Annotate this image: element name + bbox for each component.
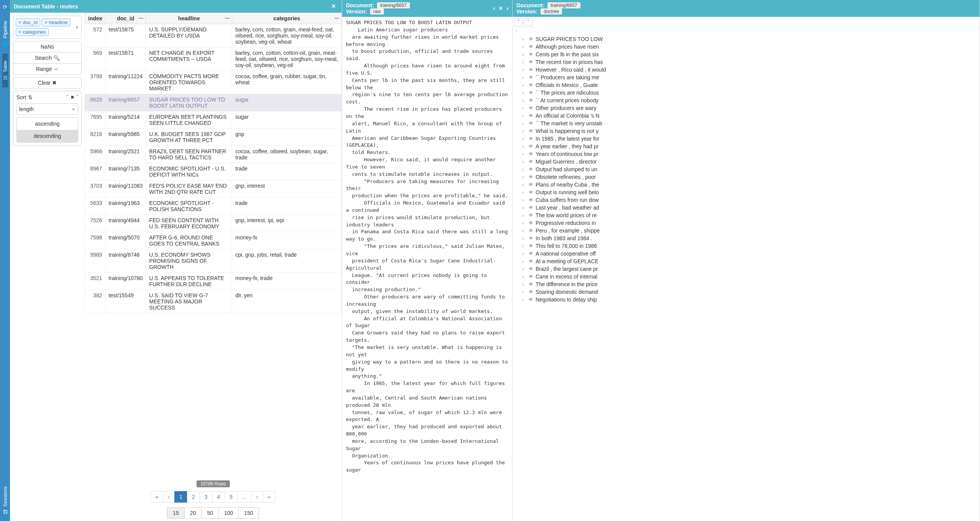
tree-item[interactable]: ›👁At a meeting of GEPLACE	[521, 257, 978, 265]
tree-item[interactable]: ›👁Cane in excess of internal	[521, 273, 978, 280]
table-row[interactable]: 7526training/4944FED SEEN CONTENT WITH U…	[85, 215, 342, 232]
minus-icon[interactable]: —	[139, 15, 143, 21]
document-text[interactable]: SUGAR PRICES TOO LOW TO BOOST LATIN OUTP…	[342, 17, 512, 521]
minus-icon[interactable]: —	[334, 15, 339, 21]
eye-icon[interactable]: 👁	[529, 75, 533, 80]
table-row[interactable]: 8216training/5985U.K. BUDGET SEES 1987 G…	[85, 129, 342, 146]
chevron-right-icon[interactable]: ›	[523, 121, 526, 126]
sort-field-select[interactable]: length▼	[16, 103, 78, 115]
sync-icon[interactable]: ⟳	[3, 0, 7, 14]
tree-item[interactable]: ›👁A national cooperative off	[521, 250, 978, 257]
page-»[interactable]: »	[263, 491, 276, 503]
eye-icon[interactable]: 👁	[529, 251, 533, 256]
page-‹[interactable]: ‹	[163, 491, 175, 503]
page-›[interactable]: ›	[251, 491, 263, 503]
chevron-right-icon[interactable]: ›	[523, 175, 526, 179]
tree-item[interactable]: ›👁Output had slumped to un	[521, 165, 978, 173]
next-icon[interactable]: ›	[506, 5, 508, 12]
tree-item[interactable]: ›👁In both 1983 and 1984 .	[521, 234, 978, 242]
table-row[interactable]: 5633training/1963ECONOMIC SPOTLIGHT - PO…	[85, 198, 342, 215]
chevron-up-icon[interactable]: ˆ	[67, 95, 68, 100]
size-50[interactable]: 50	[201, 507, 219, 519]
chip-categories[interactable]: ×categories	[16, 28, 49, 36]
tree-item[interactable]: ›👁`` The prices are ridiculous	[521, 89, 978, 97]
chevron-right-icon[interactable]: ›	[523, 298, 526, 302]
sidebar-tab-sessions[interactable]: 🖫Sessions	[2, 480, 8, 521]
eye-icon[interactable]: 👁	[529, 228, 533, 233]
eye-icon[interactable]: 👁	[529, 144, 533, 149]
nans-button[interactable]: NaNs	[13, 41, 81, 52]
minus-icon[interactable]: —	[98, 15, 103, 21]
sidebar-tab-table[interactable]: ☵Table	[2, 54, 8, 87]
tree-item[interactable]: ›👁The recent rise in prices has	[521, 58, 978, 66]
tree-item[interactable]: ›👁The low world prices of re	[521, 211, 978, 219]
eye-icon[interactable]: 👁	[529, 220, 533, 226]
eye-icon[interactable]: 👁	[529, 151, 533, 157]
chevron-down-icon[interactable]: ˇ	[77, 95, 78, 100]
eye-icon[interactable]: 👁	[529, 136, 533, 141]
chip-remove-icon[interactable]: ×	[44, 20, 48, 25]
table-row[interactable]: 3703training/11083FED'S POLICY EASE MAY …	[85, 180, 342, 198]
chevron-right-icon[interactable]: ›	[523, 236, 526, 241]
eye-icon[interactable]: 👁	[529, 98, 533, 103]
chevron-down-icon[interactable]: ▼	[75, 25, 79, 29]
tree-item[interactable]: ›👁Output is running well belo	[521, 188, 978, 196]
chevron-right-icon[interactable]: ›	[523, 252, 526, 256]
close-icon[interactable]: ×	[329, 2, 338, 10]
chevron-right-icon[interactable]: ›	[523, 221, 526, 225]
chevron-right-icon[interactable]: ›	[523, 68, 526, 72]
eye-icon[interactable]: 👁	[529, 105, 533, 111]
table-row[interactable]: 5966training/2521BRAZIL DEBT SEEN PARTNE…	[85, 146, 342, 163]
tree-item[interactable]: ›👁Plans of nearby Cuba , the	[521, 181, 978, 188]
table-row[interactable]: 7695training/5214EUROPEAN BEET PLANTINGS…	[85, 111, 342, 129]
chip-doc-id[interactable]: ×doc_id	[16, 18, 40, 26]
chevron-down-icon[interactable]: ˇ	[516, 30, 519, 34]
eye-icon[interactable]: 👁	[529, 282, 533, 287]
tree-item[interactable]: ›👁Cuba suffers from run dow	[521, 196, 978, 204]
eye-icon[interactable]: 👁	[529, 36, 533, 42]
eye-icon[interactable]: 👁	[529, 259, 533, 264]
table-row[interactable]: 8967training/7135ECONOMIC SPOTLIGHT - U.…	[85, 163, 342, 180]
sidebar-tab-pipeline[interactable]: 🌐Pipeline	[2, 14, 8, 54]
tree-item[interactable]: ›👁Progressive reductions in	[521, 219, 978, 227]
chevron-right-icon[interactable]: ›	[523, 106, 526, 110]
chevron-right-icon[interactable]: ›	[523, 206, 526, 210]
eye-icon[interactable]: 👁	[529, 52, 533, 57]
chevron-right-icon[interactable]: ›	[523, 244, 526, 248]
eye-icon[interactable]: 👁	[529, 90, 533, 95]
eye-icon[interactable]: 👁	[529, 44, 533, 49]
remove-sort-icon[interactable]: ✖	[70, 95, 74, 100]
chevron-right-icon[interactable]: ›	[523, 52, 526, 57]
tree-item[interactable]: ›👁An official at Colombia 's N	[521, 112, 978, 120]
col-headline[interactable]: headline—	[146, 13, 232, 24]
eye-icon[interactable]: 👁	[529, 121, 533, 126]
page-...[interactable]: ...	[237, 491, 252, 503]
range-button[interactable]: Range ↔	[13, 64, 81, 74]
page-2[interactable]: 2	[187, 491, 200, 503]
table-row[interactable]: 7598training/5070AFTER G-6, ROUND ONE GO…	[85, 232, 342, 249]
tree-item[interactable]: ›👁Cents per lb in the past six	[521, 51, 978, 58]
chevron-right-icon[interactable]: ›	[523, 259, 526, 264]
table-row[interactable]: 572test/15875U.S. SUPPLY/DEMAND DETAILED…	[85, 24, 342, 48]
tree-item[interactable]: ›👁Other producers are wary	[521, 104, 978, 112]
chevron-right-icon[interactable]: ›	[523, 75, 526, 80]
chevron-right-icon[interactable]: ›	[523, 137, 526, 141]
chevron-right-icon[interactable]: ›	[523, 83, 526, 87]
page-1[interactable]: 1	[174, 491, 187, 503]
page-5[interactable]: 5	[225, 491, 238, 503]
chevron-right-icon[interactable]: ›	[523, 290, 526, 294]
eye-icon[interactable]: 👁	[529, 182, 533, 187]
col-categories[interactable]: categories—	[232, 13, 342, 24]
tree-item[interactable]: ›👁`` Producers are taking me	[521, 74, 978, 81]
size-15[interactable]: 15	[167, 507, 185, 519]
chevron-right-icon[interactable]: ›	[523, 114, 526, 118]
eye-icon[interactable]: 👁	[529, 190, 533, 195]
eye-icon[interactable]: 👁	[529, 113, 533, 118]
chevron-right-icon[interactable]: ›	[523, 37, 526, 41]
eye-icon[interactable]: 👁	[529, 59, 533, 65]
eye-icon[interactable]: 👁	[529, 205, 533, 210]
search-button[interactable]: Search 🔍	[13, 52, 81, 64]
tree-item[interactable]: ›👁SUGAR PRICES TOO LOW	[521, 35, 978, 43]
tree-item[interactable]: ›👁Soaring domestic demand	[521, 288, 978, 296]
tree-item[interactable]: ›👁A year earlier , they had pr	[521, 143, 978, 150]
